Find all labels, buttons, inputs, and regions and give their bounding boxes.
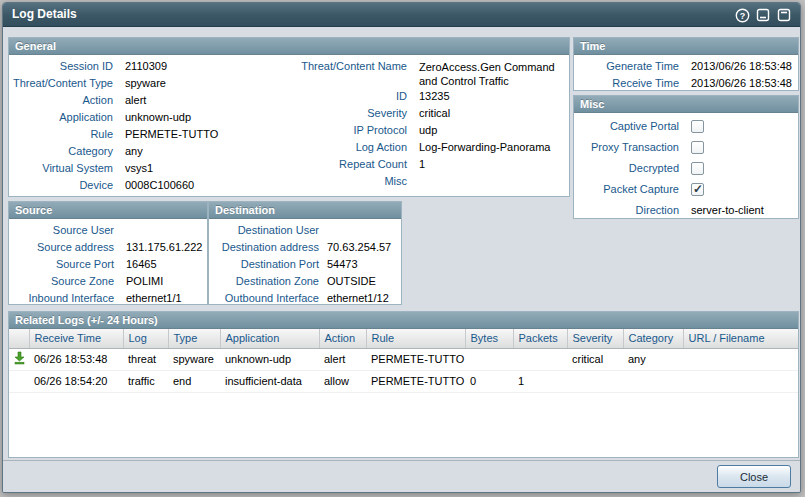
packet-capture-checkbox[interactable]: [691, 183, 704, 196]
threat-content-type-label: Threat/Content Type: [9, 75, 113, 92]
source-address-value: 131.175.61.222: [114, 239, 202, 256]
general-panel-header: General: [9, 38, 569, 55]
source-port-value: 16465: [114, 256, 157, 273]
maximize-icon[interactable]: [776, 7, 792, 23]
decrypted-checkbox[interactable]: [691, 162, 704, 175]
dialog-footer: Close: [3, 460, 800, 492]
cell-type: spyware: [168, 348, 220, 370]
cell-icon: [9, 370, 29, 392]
cell-bytes: 0: [465, 370, 513, 392]
ip-protocol-label: IP Protocol: [267, 122, 407, 139]
misc-panel: Misc Captive Portal Proxy Transaction De…: [573, 95, 799, 219]
time-panel-header: Time: [574, 38, 798, 55]
log-action-label: Log Action: [267, 139, 407, 156]
cell-severity: [567, 370, 623, 392]
outbound-interface-label: Outbound Interface: [209, 290, 319, 307]
application-value: unknown-udp: [113, 109, 191, 126]
svg-text:?: ?: [739, 10, 745, 20]
receive-time-value: 2013/06/26 18:53:48: [679, 75, 792, 92]
virtual-system-value: vsys1: [113, 160, 153, 177]
col-application[interactable]: Application: [220, 329, 319, 348]
source-user-label: Source User: [9, 222, 114, 239]
direction-value: server-to-client: [679, 202, 764, 219]
rule-label: Rule: [9, 126, 113, 143]
inbound-interface-value: ethernet1/1: [114, 290, 182, 307]
action-value: alert: [113, 92, 146, 109]
cell-application: unknown-udp: [220, 348, 319, 370]
source-zone-label: Source Zone: [9, 273, 114, 290]
log-details-dialog: Log Details ? General Session ID2110309 …: [2, 2, 801, 493]
destination-port-value: 54473: [319, 256, 358, 273]
severity-label: Severity: [267, 105, 407, 122]
repeat-count-value: 1: [407, 156, 425, 173]
close-button[interactable]: Close: [717, 465, 791, 488]
destination-panel-header: Destination: [209, 202, 401, 219]
source-address-label: Source address: [9, 239, 114, 256]
col-receive-time[interactable]: Receive Time: [29, 329, 123, 348]
captive-portal-label: Captive Portal: [574, 118, 679, 135]
application-label: Application: [9, 109, 113, 126]
threat-id-label: ID: [267, 88, 407, 105]
col-url-filename[interactable]: URL / Filename: [683, 329, 798, 348]
help-icon[interactable]: ?: [734, 7, 750, 23]
generate-time-value: 2013/06/26 18:53:48: [679, 58, 792, 75]
col-icon: [9, 329, 29, 348]
table-row[interactable]: 06/26 18:53:48 threat spyware unknown-ud…: [9, 348, 798, 370]
packet-capture-download-icon[interactable]: [13, 351, 26, 367]
misc-panel-header: Misc: [574, 96, 798, 113]
destination-user-label: Destination User: [209, 222, 319, 239]
col-action[interactable]: Action: [319, 329, 366, 348]
device-value: 0008C100660: [113, 177, 194, 194]
related-logs-panel-header: Related Logs (+/- 24 Hours): [9, 312, 798, 329]
source-zone-value: POLIMI: [114, 273, 163, 290]
cell-packets: 1: [513, 370, 567, 392]
col-bytes[interactable]: Bytes: [465, 329, 513, 348]
captive-portal-checkbox[interactable]: [691, 120, 704, 133]
outbound-interface-value: ethernet1/12: [319, 290, 389, 307]
receive-time-label: Receive Time: [574, 75, 679, 92]
severity-value: critical: [407, 105, 450, 122]
device-label: Device: [9, 177, 113, 194]
session-id-label: Session ID: [9, 58, 113, 75]
table-row[interactable]: 06/26 18:54:20 traffic end insufficient-…: [9, 370, 798, 392]
general-panel: General Session ID2110309 Threat/Content…: [8, 37, 570, 197]
cell-action: allow: [319, 370, 366, 392]
cell-log: traffic: [123, 370, 168, 392]
cell-rule: PERMETE-TUTTO: [366, 348, 465, 370]
destination-zone-label: Destination Zone: [209, 273, 319, 290]
col-category[interactable]: Category: [623, 329, 683, 348]
related-logs-table: Receive Time Log Type Application Action…: [9, 329, 798, 393]
col-log[interactable]: Log: [123, 329, 168, 348]
packet-capture-label: Packet Capture: [574, 181, 679, 198]
rule-value: PERMETE-TUTTO: [113, 126, 218, 143]
dialog-title: Log Details: [12, 7, 77, 21]
cell-bytes: [465, 348, 513, 370]
repeat-count-label: Repeat Count: [267, 156, 407, 173]
direction-label: Direction: [574, 202, 679, 219]
proxy-transaction-checkbox[interactable]: [691, 141, 704, 154]
destination-panel: Destination Destination User Destination…: [208, 201, 402, 305]
log-action-value: Log-Forwarding-Panorama: [407, 139, 550, 156]
minimize-icon[interactable]: [755, 7, 771, 23]
table-header-row: Receive Time Log Type Application Action…: [9, 329, 798, 348]
col-severity[interactable]: Severity: [567, 329, 623, 348]
generate-time-label: Generate Time: [574, 58, 679, 75]
category-value: any: [113, 143, 143, 160]
col-rule[interactable]: Rule: [366, 329, 465, 348]
decrypted-label: Decrypted: [574, 160, 679, 177]
threat-id-value: 13235: [407, 88, 450, 105]
proxy-transaction-label: Proxy Transaction: [574, 139, 679, 156]
cell-severity: critical: [567, 348, 623, 370]
ip-protocol-value: udp: [407, 122, 437, 139]
source-panel: Source Source User Source address131.175…: [8, 201, 208, 305]
threat-content-name-value: ZeroAccess.Gen Command and Control Traff…: [407, 58, 569, 88]
related-logs-panel: Related Logs (+/- 24 Hours) Receive Time…: [8, 311, 799, 458]
inbound-interface-label: Inbound Interface: [9, 290, 114, 307]
category-label: Category: [9, 143, 113, 160]
cell-application: insufficient-data: [220, 370, 319, 392]
misc-field-label: Misc: [267, 173, 407, 190]
cell-action: alert: [319, 348, 366, 370]
cell-url-filename: [683, 348, 798, 370]
col-type[interactable]: Type: [168, 329, 220, 348]
col-packets[interactable]: Packets: [513, 329, 567, 348]
